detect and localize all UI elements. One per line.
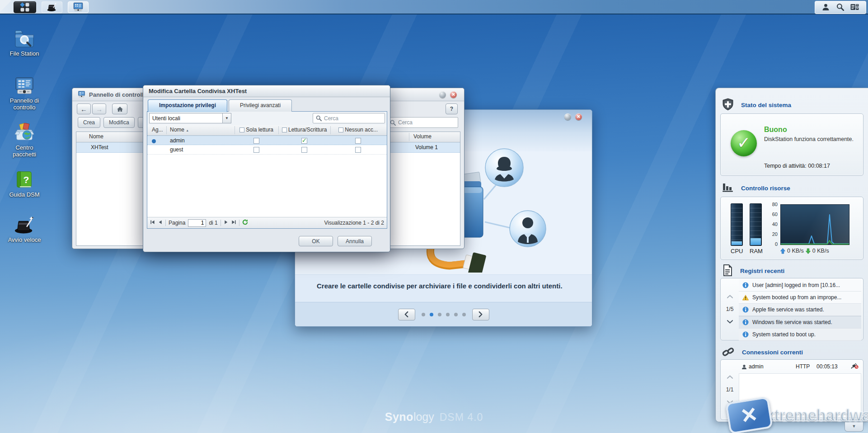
minimize-button[interactable]: [439, 91, 446, 98]
page-input[interactable]: [188, 219, 206, 227]
taskbar-quick-launch-button[interactable]: [42, 1, 62, 13]
read-write-checkbox[interactable]: [301, 138, 307, 144]
site-watermark: xtremehardware.it: [727, 400, 868, 431]
resource-monitor-box: CPU RAM 80 60 40 20 0 0 KB/s 0 KB/s: [720, 197, 863, 260]
search-icon[interactable]: [836, 3, 844, 12]
page-label: Pagina: [169, 220, 185, 226]
desktop-icon-control-panel[interactable]: Pannello di controllo: [4, 76, 45, 111]
throughput-labels: 0 KB/s 0 KB/s: [780, 248, 829, 254]
health-status: Buono: [764, 126, 787, 134]
scroll-up-icon[interactable]: [727, 374, 733, 380]
document-icon: [722, 264, 733, 278]
select-all-no-access-checkbox[interactable]: [338, 127, 343, 132]
connection-row[interactable]: admin HTTP 00:05:13: [741, 362, 859, 372]
user-icon[interactable]: [822, 3, 830, 12]
minimize-button[interactable]: [564, 113, 571, 120]
desktop-icon-dsm-help[interactable]: ? Guida DSM: [4, 170, 45, 198]
section-title: Stato del sistema: [741, 102, 791, 108]
refresh-button[interactable]: [242, 219, 248, 226]
home-button[interactable]: [112, 104, 127, 114]
last-page-button[interactable]: [231, 220, 236, 226]
log-item[interactable]: System started to boot up.: [739, 329, 861, 341]
window-controls: [439, 91, 457, 98]
uptime-text: Tempo di attività: 00:08:17: [764, 163, 830, 169]
forward-button[interactable]: →: [92, 104, 106, 114]
select-all-read-only-checkbox[interactable]: [239, 127, 244, 132]
edit-button[interactable]: Modifica: [103, 117, 135, 128]
pagination-status: Visualizzazione 1 - 2 di 2: [324, 220, 384, 226]
table-row-guest[interactable]: guest: [147, 145, 387, 155]
log-page-indicator: 1/5: [726, 306, 734, 312]
recent-logs-box: 1/5 User [admin] logged in from [10.16..…: [720, 278, 863, 340]
read-only-checkbox[interactable]: [253, 147, 259, 153]
search-field[interactable]: Cerca: [313, 113, 385, 123]
ok-button[interactable]: OK: [299, 236, 333, 246]
desktop-icon-quick-start[interactable]: Avvio veloce: [4, 215, 45, 244]
desktop-icon-file-station[interactable]: File Station: [4, 29, 45, 57]
desktop-icon-label: File Station: [4, 51, 45, 57]
carousel-dots[interactable]: [422, 313, 466, 316]
log-pager: 1/5: [721, 278, 739, 340]
first-page-button[interactable]: [150, 220, 155, 226]
desktop-icon-package-center[interactable]: Centro pacchetti: [4, 123, 45, 158]
next-page-button[interactable]: [224, 220, 229, 226]
select-all-read-write-checkbox[interactable]: [282, 127, 287, 132]
prev-page-button[interactable]: [158, 220, 163, 226]
section-title: Registri recenti: [740, 268, 784, 274]
recent-logs-header[interactable]: Registri recenti: [722, 264, 784, 278]
log-list: User [admin] logged in from [10.16... Sy…: [739, 279, 861, 341]
shield-icon: [722, 98, 734, 112]
search-placeholder: Cerca: [324, 115, 338, 122]
tab-privilege-settings[interactable]: Impostazione privilegi: [148, 99, 227, 112]
window-title: Pannello di controllo: [89, 91, 147, 98]
read-only-checkbox[interactable]: [253, 138, 259, 144]
carousel-prev-button[interactable]: [398, 309, 415, 320]
column-name[interactable]: Nome: [89, 133, 103, 140]
show-desktop-button[interactable]: [0, 0, 11, 14]
help-button[interactable]: ?: [446, 104, 458, 114]
read-write-checkbox[interactable]: [301, 147, 307, 153]
column-volume[interactable]: Volume: [413, 133, 432, 140]
scroll-up-icon[interactable]: [727, 293, 733, 300]
pilot-view-icon[interactable]: [850, 4, 859, 12]
back-button[interactable]: ←: [77, 104, 91, 114]
column-name[interactable]: Nome ▲: [170, 127, 189, 133]
info-icon: [742, 331, 749, 338]
carousel-next-button[interactable]: [472, 309, 489, 320]
no-access-checkbox[interactable]: [355, 138, 361, 144]
cancel-button[interactable]: Annulla: [338, 236, 372, 246]
create-button[interactable]: Crea: [78, 117, 100, 128]
taskbar: [0, 0, 868, 14]
disconnect-icon[interactable]: [851, 363, 859, 370]
no-access-checkbox[interactable]: [355, 147, 361, 153]
magic-hat-icon: [47, 2, 57, 13]
warning-icon: [742, 295, 749, 301]
system-health-header[interactable]: Stato del sistema: [722, 98, 791, 112]
user-source-select[interactable]: Utenti locali ▼: [149, 113, 231, 123]
dialog-titlebar[interactable]: Modifica Cartella Condivisa XHTest: [143, 85, 390, 97]
folder-search-icon: [14, 43, 35, 49]
log-item[interactable]: System booted up from an imprope...: [739, 292, 861, 304]
connection-user: admin: [749, 363, 764, 370]
search-field[interactable]: Cerca: [387, 117, 458, 128]
close-button[interactable]: [450, 91, 457, 98]
taskbar-control-panel-button[interactable]: [68, 1, 89, 13]
log-item[interactable]: User [admin] logged in from [10.16...: [739, 279, 861, 292]
log-item[interactable]: Apple file service was started.: [739, 304, 861, 316]
tab-advanced-privileges[interactable]: Privilegi avanzati: [229, 99, 292, 112]
main-menu-button[interactable]: [14, 1, 36, 13]
connections-header[interactable]: Connessioni correnti: [722, 346, 803, 359]
search-placeholder: Cerca: [398, 119, 413, 126]
log-item[interactable]: Windows file service was started.: [739, 316, 861, 329]
ram-label: RAM: [750, 248, 761, 254]
scroll-down-icon[interactable]: [727, 319, 733, 325]
close-button[interactable]: [575, 113, 582, 120]
download-arrow-icon: [806, 248, 811, 254]
user-icon: [741, 364, 747, 370]
table-row-admin[interactable]: admin: [147, 136, 387, 145]
search-icon: [316, 115, 322, 121]
ytick: 80: [766, 202, 778, 207]
magic-hat-icon: [14, 229, 35, 235]
resource-monitor-header[interactable]: Controllo risorse: [722, 182, 790, 194]
desktop-icon-label: Guida DSM: [4, 192, 45, 198]
